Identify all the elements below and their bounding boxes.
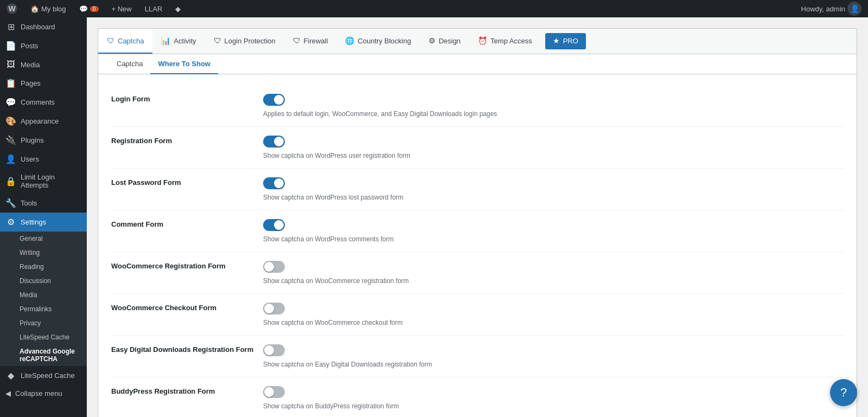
tab-design[interactable]: ⚙ Design (420, 29, 469, 54)
form-row-comment-form: Comment Form Show captcha on WordPress c… (111, 210, 844, 252)
pro-tab-icon: ★ (553, 36, 560, 45)
home-icon: 🏠 (30, 5, 39, 13)
settings-icon: ⚙ (5, 217, 16, 227)
sidebar-subitem-permalinks[interactable]: Permalinks (0, 302, 87, 316)
login-protection-tab-icon: 🛡 (214, 36, 221, 45)
wp-logo[interactable]: W (4, 0, 20, 17)
woo-checkout-toggle[interactable] (263, 303, 285, 315)
login-form-description: Applies to default login, WooCommerce, a… (263, 110, 844, 118)
sidebar-item-pages[interactable]: 📋 Pages (0, 74, 87, 93)
diamond-item[interactable]: ◆ (173, 0, 183, 17)
woo-checkout-control: Show captcha on WooCommerce checkout for… (263, 303, 844, 326)
form-row-woo-registration: WooCommerce Registration Form Show captc… (111, 252, 844, 294)
sidebar-item-limit-login[interactable]: 🔒 Limit Login Attempts (0, 169, 87, 194)
howdy-admin[interactable]: Howdy, admin 👤 (799, 0, 864, 17)
login-form-label: Login Form (111, 94, 263, 103)
buddypress-slider (263, 386, 285, 398)
woo-registration-toggle[interactable] (263, 261, 285, 273)
sidebar-item-tools[interactable]: 🔧 Tools (0, 194, 87, 213)
posts-icon: 📄 (5, 41, 16, 51)
appearance-icon: 🎨 (5, 116, 16, 126)
woo-checkout-description: Show captcha on WooCommerce checkout for… (263, 319, 844, 326)
sidebar-subitem-advanced-google[interactable]: Advanced Google reCAPTCHA (0, 344, 87, 366)
media-icon: 🖼 (5, 60, 16, 69)
edd-registration-toggle[interactable] (263, 344, 285, 356)
lost-password-label: Lost Password Form (111, 177, 263, 187)
registration-form-description: Show captcha on WordPress user registrat… (263, 152, 844, 159)
help-bubble[interactable]: ? (830, 379, 857, 406)
lost-password-toggle[interactable] (263, 177, 285, 189)
admin-bar: W 🏠 My blog 💬 0 + New LLAR ◆ Howdy, admi… (0, 0, 868, 17)
sidebar-item-media[interactable]: 🖼 Media (0, 55, 87, 74)
sidebar-subitem-reading[interactable]: Reading (0, 260, 87, 274)
buddypress-description: Show captcha on BuddyPress registration … (263, 402, 844, 410)
sub-tab-captcha[interactable]: Captcha (109, 54, 150, 74)
edd-registration-knob (264, 345, 274, 355)
captcha-tab-icon: 🛡 (107, 36, 114, 45)
avatar: 👤 (847, 2, 861, 16)
sidebar-item-plugins[interactable]: 🔌 Plugins (0, 131, 87, 150)
design-tab-icon: ⚙ (429, 36, 436, 45)
firewall-tab-icon: 🛡 (293, 36, 301, 45)
tab-pro[interactable]: ★ PRO (545, 33, 586, 49)
comment-form-description: Show captcha on WordPress comments form (263, 235, 844, 243)
new-content[interactable]: + New (110, 0, 134, 17)
sub-tab-where-to-show[interactable]: Where To Show (150, 54, 218, 74)
woo-registration-description: Show captcha on WooCommerce registration… (263, 277, 844, 285)
sidebar-subitem-litespeed-cache[interactable]: LiteSpeed Cache (0, 330, 87, 344)
edd-registration-slider (263, 344, 285, 356)
sidebar-item-comments[interactable]: 💬 Comments (0, 93, 87, 112)
users-icon: 👤 (5, 154, 16, 164)
tab-temp-access[interactable]: ⏰ Temp Access (469, 29, 541, 54)
tab-activity[interactable]: 📊 Activity (152, 29, 205, 54)
sidebar-item-litespeed-cache-plugin[interactable]: ◆ LiteSpeed Cache (0, 366, 87, 385)
sidebar-item-settings[interactable]: ⚙ Settings (0, 213, 87, 232)
comment-form-toggle[interactable] (263, 219, 285, 231)
comment-icon: 💬 (79, 5, 88, 13)
login-form-control: Applies to default login, WooCommerce, a… (263, 94, 844, 118)
edd-registration-label: Easy Digital Downloads Registration Form (111, 344, 263, 354)
woo-checkout-knob (264, 304, 274, 313)
tab-nav: 🛡 Captcha 📊 Activity 🛡 Login Protection … (98, 29, 857, 54)
form-row-lost-password: Lost Password Form Show captcha on WordP… (111, 169, 844, 210)
comments-count[interactable]: 💬 0 (77, 0, 101, 17)
collapse-icon: ◀ (5, 389, 11, 397)
edd-registration-description: Show captcha on Easy Digital Downloads r… (263, 361, 844, 368)
buddypress-label: BuddyPress Registration Form (111, 386, 263, 395)
country-blocking-tab-icon: 🌐 (345, 36, 354, 45)
sidebar-subitem-media[interactable]: Media (0, 288, 87, 302)
sidebar-item-dashboard[interactable]: ⊞ Dashboard (0, 17, 87, 36)
sidebar-subitem-general[interactable]: General (0, 232, 87, 246)
woo-registration-control: Show captcha on WooCommerce registration… (263, 261, 844, 285)
registration-form-toggle[interactable] (263, 136, 285, 147)
tab-firewall[interactable]: 🛡 Firewall (284, 29, 337, 54)
comment-form-control: Show captcha on WordPress comments form (263, 219, 844, 243)
settings-submenu: General Writing Reading Discussion Media… (0, 232, 87, 366)
registration-form-slider (263, 136, 285, 147)
sidebar-item-appearance[interactable]: 🎨 Appearance (0, 112, 87, 131)
dashboard-icon: ⊞ (5, 22, 16, 32)
tab-login-protection[interactable]: 🛡 Login Protection (205, 29, 284, 54)
login-form-toggle[interactable] (263, 94, 285, 106)
pages-icon: 📋 (5, 78, 16, 88)
tab-country-blocking[interactable]: 🌐 Country Blocking (336, 29, 419, 54)
buddypress-knob (264, 387, 274, 397)
llar-item[interactable]: LLAR (143, 0, 165, 17)
comment-form-label: Comment Form (111, 219, 263, 228)
buddypress-toggle[interactable] (263, 386, 285, 398)
sidebar-item-users[interactable]: 👤 Users (0, 150, 87, 169)
main-content: 🛡 Captcha 📊 Activity 🛡 Login Protection … (87, 17, 868, 417)
sidebar-subitem-writing[interactable]: Writing (0, 246, 87, 260)
comment-form-slider (263, 219, 285, 231)
limit-login-icon: 🔒 (5, 176, 16, 187)
my-blog-link[interactable]: 🏠 My blog (28, 0, 68, 17)
registration-form-knob (274, 137, 284, 146)
sidebar-subitem-privacy[interactable]: Privacy (0, 316, 87, 330)
diamond-icon: ◆ (175, 5, 181, 13)
plugin-page: 🛡 Captcha 📊 Activity 🛡 Login Protection … (98, 28, 857, 417)
sidebar-item-posts[interactable]: 📄 Posts (0, 36, 87, 55)
form-row-woo-checkout: WooCommerce Checkout Form Show captcha o… (111, 294, 844, 336)
collapse-menu[interactable]: ◀ Collapse menu (0, 385, 87, 402)
tab-captcha[interactable]: 🛡 Captcha (98, 29, 152, 54)
sidebar-subitem-discussion[interactable]: Discussion (0, 274, 87, 288)
